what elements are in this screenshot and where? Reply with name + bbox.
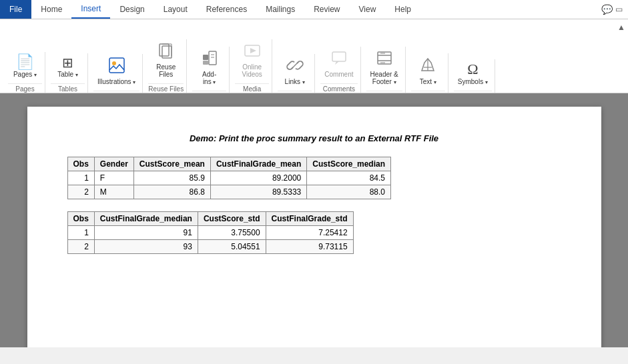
document-page: Demo: Print the proc summary result to a… <box>27 107 601 347</box>
table-row: 1 F 85.9 89.2000 84.5 <box>67 171 390 185</box>
add-ins-button[interactable]: Add-ins ▾ <box>195 47 224 88</box>
reuse-files-button[interactable]: ReuseFiles <box>151 39 181 81</box>
t1r2-custfinalgrade-mean: 89.5333 <box>210 185 306 199</box>
table1-header-custscore-mean: CustScore_mean <box>133 157 210 171</box>
tab-help[interactable]: Help <box>385 0 420 19</box>
text-button[interactable]: Text ▾ <box>413 53 442 88</box>
tab-insert[interactable]: Insert <box>71 0 110 19</box>
table2-header-custscore-std: CustScore_std <box>198 212 266 226</box>
pages-label: Pages ▾ <box>13 71 37 78</box>
table2: Obs CustFinalGrade_median CustScore_std … <box>67 211 354 254</box>
t1r1-gender: F <box>94 171 133 185</box>
ribbon-collapse-button[interactable]: ▲ <box>615 21 628 34</box>
table-button[interactable]: ⊞ Table ▾ <box>53 53 83 81</box>
document-title: Demo: Print the proc summary result to a… <box>67 133 561 143</box>
ribbon-content: 📄 Pages ▾ Pages ⊞ Table ▾ Tables <box>0 19 628 93</box>
header-footer-group-label <box>366 91 402 93</box>
t1r2-obs: 2 <box>67 185 94 199</box>
reuse-files-group-label: Reuse Files <box>148 83 184 93</box>
group-text: Text ▾ <box>408 53 448 93</box>
t1r1-obs: 1 <box>67 171 94 185</box>
illustrations-icon <box>108 57 125 77</box>
illustrations-button[interactable]: Illustrations ▾ <box>93 54 139 88</box>
t1r1-custscore-mean: 85.9 <box>133 171 210 185</box>
comment-icon <box>330 49 348 69</box>
t2r2-custfinalgrade-std: 9.73115 <box>266 240 353 254</box>
add-ins-group-label <box>192 91 226 93</box>
ribbon-minimize-icon[interactable]: ▭ <box>615 5 623 14</box>
svg-marker-10 <box>250 48 256 53</box>
table-icon: ⊞ <box>62 56 73 69</box>
online-videos-button: OnlineVideos <box>238 39 267 81</box>
links-label: Links ▾ <box>285 78 305 85</box>
t1r2-custscore-median: 88.0 <box>307 185 391 199</box>
links-button[interactable]: Links ▾ <box>280 54 310 88</box>
t1r1-custfinalgrade-mean: 89.2000 <box>210 171 306 185</box>
symbols-icon: Ω <box>467 62 478 77</box>
tab-layout[interactable]: Layout <box>154 0 197 19</box>
ribbon: File Home Insert Design Layout Reference… <box>0 0 628 93</box>
header-footer-icon <box>376 49 393 69</box>
svg-line-11 <box>292 63 298 68</box>
text-group-label <box>411 91 445 93</box>
table1-header-obs: Obs <box>67 157 94 171</box>
reuse-files-icon <box>158 42 175 62</box>
online-videos-icon <box>244 42 261 62</box>
t1r1-custscore-median: 84.5 <box>307 171 391 185</box>
text-icon <box>419 56 436 77</box>
t2r2-obs: 2 <box>67 240 94 254</box>
table2-header-custfinalgrade-median: CustFinalGrade_median <box>94 212 198 226</box>
tab-home[interactable]: Home <box>31 0 71 19</box>
online-videos-label: OnlineVideos <box>242 63 262 78</box>
tab-references[interactable]: References <box>197 0 256 19</box>
svg-rect-4 <box>203 55 208 60</box>
t2r1-custfinalgrade-std: 7.25412 <box>266 226 353 240</box>
group-add-ins: Add-ins ▾ <box>190 47 230 93</box>
svg-rect-5 <box>203 61 208 65</box>
illustrations-group-label <box>93 91 139 93</box>
svg-rect-12 <box>332 52 346 61</box>
group-pages: 📄 Pages ▾ Pages <box>5 52 45 93</box>
group-links: Links ▾ <box>275 54 315 93</box>
pages-group-label: Pages <box>8 83 42 93</box>
t2r1-custfinalgrade-median: 91 <box>94 226 198 240</box>
table-row: 2 M 86.8 89.5333 88.0 <box>67 185 390 199</box>
table1: Obs Gender CustScore_mean CustFinalGrade… <box>67 157 391 199</box>
table2-header-obs: Obs <box>67 212 94 226</box>
tab-mailings[interactable]: Mailings <box>256 0 304 19</box>
table2-header-custfinalgrade-std: CustFinalGrade_std <box>266 212 353 226</box>
t2r2-custfinalgrade-median: 93 <box>94 240 198 254</box>
table1-header-custfinalgrade-mean: CustFinalGrade_mean <box>210 157 306 171</box>
links-icon <box>286 57 304 77</box>
illustrations-label: Illustrations ▾ <box>97 78 135 85</box>
tab-review[interactable]: Review <box>304 0 349 19</box>
media-group-label: Media <box>235 83 269 93</box>
comment-button: Comment <box>320 47 357 81</box>
tab-view[interactable]: View <box>350 0 386 19</box>
group-reuse-files: ReuseFiles Reuse Files <box>145 39 187 93</box>
header-footer-button[interactable]: Header &Footer ▾ <box>366 47 402 88</box>
pages-button[interactable]: 📄 Pages ▾ <box>9 52 41 81</box>
t2r1-obs: 1 <box>67 226 94 240</box>
table1-header-custscore-median: CustScore_median <box>307 157 391 171</box>
tab-design[interactable]: Design <box>110 0 153 19</box>
t2r2-custscore-std: 5.04551 <box>198 240 266 254</box>
group-symbols: Ω Symbols ▾ <box>451 59 495 93</box>
tab-file[interactable]: File <box>0 0 31 19</box>
symbols-button[interactable]: Ω Symbols ▾ <box>454 59 492 88</box>
t1r2-gender: M <box>94 185 133 199</box>
header-footer-label: Header &Footer ▾ <box>370 71 398 85</box>
add-ins-label: Add-ins ▾ <box>202 71 216 85</box>
links-group-label <box>278 91 312 93</box>
ribbon-comment-icon[interactable]: 💬 <box>601 4 613 15</box>
group-header-footer: Header &Footer ▾ <box>364 47 406 93</box>
group-illustrations: Illustrations ▾ <box>91 54 143 93</box>
symbols-label: Symbols ▾ <box>458 78 488 85</box>
svg-point-1 <box>112 61 116 65</box>
comment-label: Comment <box>324 71 353 78</box>
svg-rect-0 <box>109 58 124 73</box>
reuse-files-label: ReuseFiles <box>156 63 176 78</box>
group-tables: ⊞ Table ▾ Tables <box>48 53 88 93</box>
t2r1-custscore-std: 3.75500 <box>198 226 266 240</box>
document-area[interactable]: Demo: Print the proc summary result to a… <box>0 93 628 347</box>
